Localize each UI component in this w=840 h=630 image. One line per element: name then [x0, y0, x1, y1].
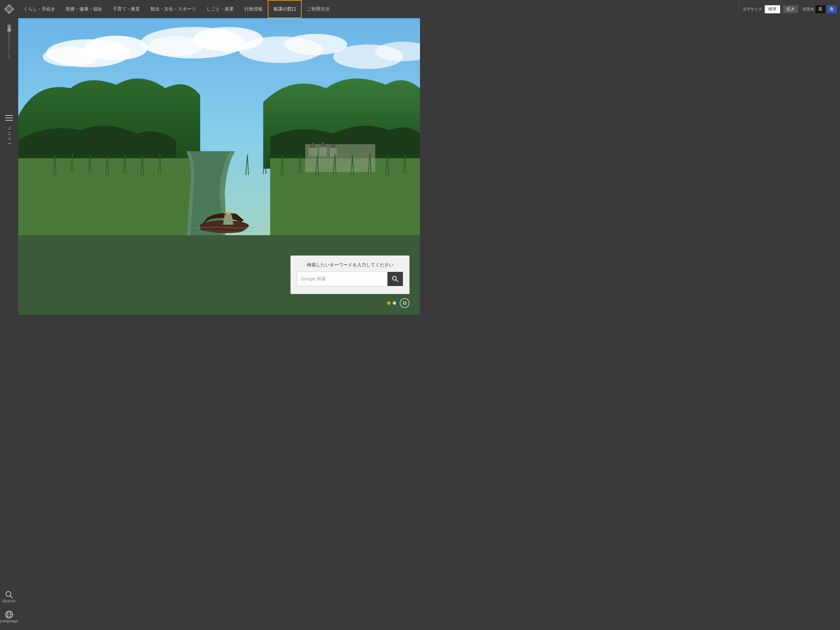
nav-riyou[interactable]: ご利用方法: [302, 0, 335, 18]
main-content: 検索したいキーワードを入力してください Google 検索: [18, 18, 420, 315]
svg-point-33: [393, 276, 396, 280]
sidebar: 近江 八幡市 Omihachiman City メニュー Search Lang…: [0, 0, 18, 315]
search-input-row: Google 検索: [297, 272, 403, 286]
svg-rect-25: [309, 148, 317, 156]
menu-button[interactable]: メニュー: [5, 115, 13, 142]
header: くらし・手続き 医療・健康・福祉 子育て・教育 観光・文化・スポーツ しごと・産…: [18, 0, 420, 18]
menu-label: メニュー: [6, 123, 12, 142]
search-google-label: Google 検索: [297, 273, 387, 285]
svg-rect-27: [319, 147, 327, 156]
city-name: 近江 八幡市: [6, 21, 11, 26]
svg-rect-29: [330, 148, 337, 156]
hamburger-icon: [5, 115, 13, 121]
nav-gyosei[interactable]: 行政情報: [239, 0, 268, 18]
slider-controls: [387, 298, 409, 308]
logo-icon: [4, 4, 14, 14]
pause-icon: [403, 302, 406, 305]
svg-point-17: [148, 36, 204, 56]
nav-kakuka[interactable]: 各課の窓口: [268, 0, 302, 18]
nav-kurashi[interactable]: くらし・手続き: [18, 0, 60, 18]
nav-iryou[interactable]: 医療・健康・福祉: [60, 0, 107, 18]
svg-rect-22: [18, 158, 193, 246]
search-overlay: 検索したいキーワードを入力してください Google 検索: [291, 256, 409, 294]
svg-line-34: [396, 279, 398, 282]
search-overlay-title: 検索したいキーワードを入力してください: [297, 262, 403, 268]
slider-pause-button[interactable]: [400, 298, 409, 308]
search-submit-icon: [392, 275, 399, 283]
nav-shigoto[interactable]: しごと・産業: [201, 0, 239, 18]
nav-kanko[interactable]: 観光・文化・スポーツ: [145, 0, 201, 18]
svg-point-14: [43, 47, 99, 66]
slider-dot-2[interactable]: [393, 302, 396, 305]
logo[interactable]: [0, 0, 18, 18]
search-submit-button[interactable]: [387, 272, 403, 286]
slider-dot-1[interactable]: [387, 302, 391, 305]
city-name-en: Omihachiman City: [7, 28, 11, 59]
nav-kosodate[interactable]: 子育て・教育: [107, 0, 145, 18]
nav-bar: くらし・手続き 医療・健康・福祉 子育て・教育 観光・文化・スポーツ しごと・産…: [18, 0, 420, 18]
